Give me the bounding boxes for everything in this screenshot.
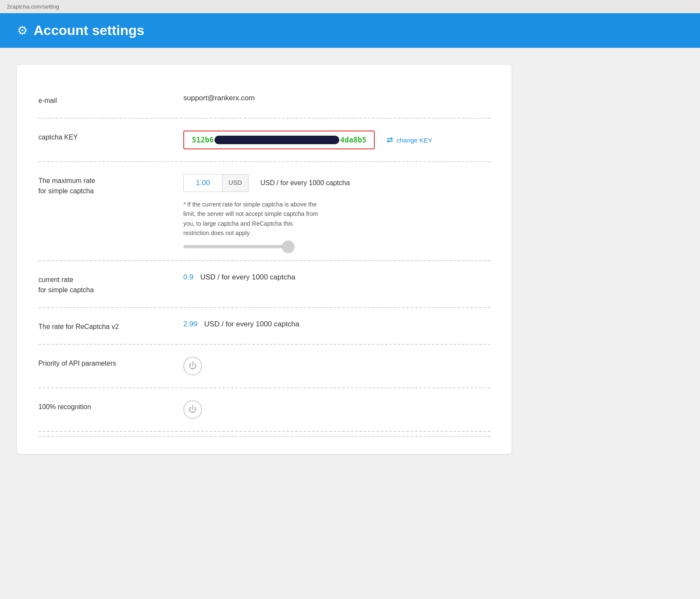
recaptcha-rate-value-container: 2.99 USD / for every 1000 captcha — [183, 320, 490, 329]
power-icon-api: ⏻ — [188, 361, 197, 371]
captcha-key-box: 512b6 4da8b5 — [183, 131, 375, 149]
settings-card: e-mail support@rankerx.com captcha KEY 5… — [17, 65, 512, 454]
max-rate-top: The maximum rate for simple captcha USD … — [38, 174, 490, 196]
email-value-container: support@rankerx.com — [183, 94, 490, 102]
rate-slider-thumb[interactable] — [282, 241, 294, 253]
max-rate-label-line1: The maximum rate — [38, 177, 95, 184]
key-start: 512b6 — [192, 136, 214, 144]
change-key-label: change KEY — [396, 137, 432, 144]
api-priority-label: Priority of API parameters — [38, 357, 183, 369]
email-label: e-mail — [38, 94, 183, 106]
recognition-value-container: ⏻ — [183, 400, 490, 419]
page-header: ⚙ Account settings — [0, 13, 700, 48]
current-rate-label: current rate for simple captcha — [38, 273, 183, 295]
email-value: support@rankerx.com — [183, 94, 255, 102]
rate-currency: USD — [222, 174, 248, 192]
api-priority-toggle[interactable]: ⏻ — [183, 357, 202, 375]
note-spacer — [38, 196, 183, 248]
current-rate-value-container: 0.9 USD / for every 1000 captcha — [183, 273, 490, 282]
key-end: 4da8b5 — [340, 136, 366, 144]
max-rate-bottom: * If the current rate for simple captcha… — [38, 196, 490, 248]
recognition-row: 100% recognition ⏻ — [38, 388, 490, 432]
max-rate-note-and-slider: * If the current rate for simple captcha… — [183, 196, 320, 248]
rate-description: USD / for every 1000 captcha — [260, 179, 350, 187]
current-rate-row: current rate for simple captcha 0.9 USD … — [38, 261, 490, 308]
captcha-key-row: captcha KEY 512b6 4da8b5 ⇄ change KEY — [38, 119, 490, 162]
api-priority-row: Priority of API parameters ⏻ — [38, 345, 490, 388]
browser-url-bar: 2captcha.com/setting — [0, 0, 700, 13]
recaptcha-rate-description: USD / for every 1000 captcha — [204, 320, 299, 329]
recaptcha-rate-row: The rate for ReCaptcha v2 2.99 USD / for… — [38, 308, 490, 345]
max-rate-label: The maximum rate for simple captcha — [38, 174, 183, 196]
recognition-label: 100% recognition — [38, 400, 183, 412]
rate-input[interactable] — [184, 174, 222, 192]
rate-input-group: USD — [183, 174, 249, 192]
rate-slider-track — [183, 245, 294, 248]
captcha-key-value-container: 512b6 4da8b5 ⇄ change KEY — [183, 131, 490, 149]
change-key-button[interactable]: ⇄ change KEY — [387, 135, 432, 145]
current-rate-label-line2: for simple captcha — [38, 286, 94, 294]
max-rate-note: * If the current rate for simple captcha… — [183, 200, 320, 238]
url-text: 2captcha.com/setting — [7, 3, 59, 10]
current-rate-value: 0.9 — [183, 273, 194, 282]
power-icon-recognition: ⏻ — [188, 404, 197, 414]
refresh-icon: ⇄ — [387, 135, 393, 145]
max-rate-value-container: USD USD / for every 1000 captcha — [183, 174, 490, 192]
page-title: Account settings — [34, 23, 145, 38]
recaptcha-rate-label: The rate for ReCaptcha v2 — [38, 320, 183, 332]
key-masked — [214, 136, 339, 144]
current-rate-description: USD / for every 1000 captcha — [200, 273, 295, 282]
rate-slider-container — [183, 245, 320, 248]
settings-icon: ⚙ — [17, 23, 28, 38]
max-rate-label-line2: for simple captcha — [38, 187, 94, 195]
current-rate-label-line1: current rate — [38, 276, 73, 283]
recaptcha-rate-value: 2.99 — [183, 320, 197, 329]
page-content: e-mail support@rankerx.com captcha KEY 5… — [0, 48, 700, 471]
api-priority-value-container: ⏻ — [183, 357, 490, 375]
captcha-key-label: captcha KEY — [38, 131, 183, 142]
bottom-divider — [38, 432, 490, 437]
max-rate-row: The maximum rate for simple captcha USD … — [38, 162, 490, 261]
recognition-toggle[interactable]: ⏻ — [183, 400, 202, 419]
email-row: e-mail support@rankerx.com — [38, 82, 490, 119]
